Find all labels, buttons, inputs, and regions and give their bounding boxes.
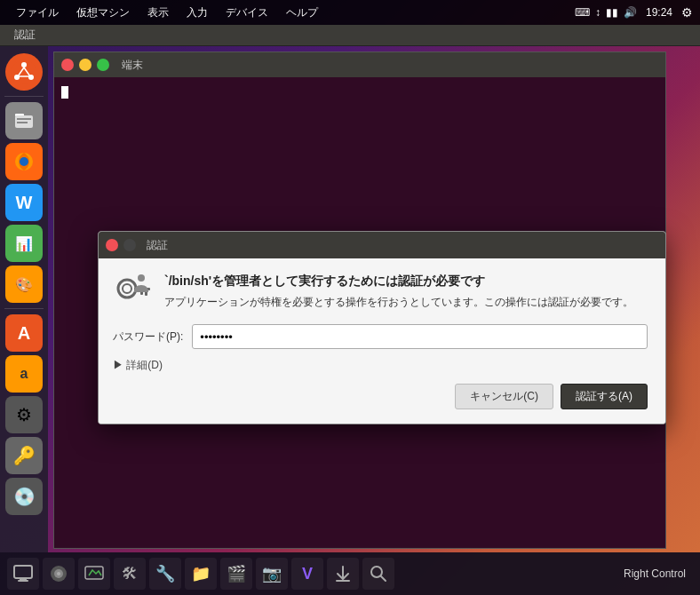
- terminal-minimize-btn[interactable]: [79, 59, 91, 71]
- sidebar-icon-firefox[interactable]: [5, 143, 43, 180]
- auth-header-row: `/bin/sh'を管理者として実行するためには認証が必要です アプリケーション…: [113, 273, 648, 312]
- auth-description: アプリケーションが特権を必要とする操作を行おうとしています。この操作には認証が必…: [164, 294, 633, 310]
- ubuntu-titlebar: 認証: [0, 25, 700, 46]
- taskbar-icon-folder[interactable]: 📁: [185, 558, 217, 590]
- auth-close-btn[interactable]: [106, 239, 118, 251]
- auth-min-btn[interactable]: [123, 239, 136, 251]
- auth-confirm-button[interactable]: 認証する(A): [561, 384, 648, 409]
- auth-key-icon: [113, 273, 152, 312]
- settings-icon[interactable]: ⚙: [681, 5, 693, 20]
- taskbar-icon-tools[interactable]: 🛠: [114, 558, 146, 590]
- auth-cancel-button[interactable]: キャンセル(C): [455, 384, 553, 409]
- taskbar-icon-camera[interactable]: 📷: [256, 558, 288, 590]
- keyboard-status-icon: ⌨: [575, 6, 590, 19]
- svg-point-15: [138, 274, 145, 282]
- terminal-close-btn[interactable]: [61, 59, 74, 71]
- status-area: ⌨ ↕ ▮▮ 🔊 19:24 ⚙: [575, 5, 693, 20]
- menu-file[interactable]: ファイル: [7, 0, 68, 25]
- battery-icon: ▮▮: [606, 6, 618, 19]
- svg-rect-17: [20, 578, 27, 580]
- terminal-titlebar: 端末: [54, 52, 665, 77]
- auth-dialog-body: `/bin/sh'を管理者として実行するためには認証が必要です アプリケーション…: [99, 258, 665, 424]
- terminal-body[interactable]: [54, 77, 665, 106]
- auth-dialog-titlebar: 認証: [99, 232, 665, 258]
- taskbar-icon-download[interactable]: [327, 558, 359, 590]
- sidebar-icon-writer[interactable]: W: [5, 184, 43, 221]
- svg-point-11: [123, 284, 131, 293]
- taskbar: 🛠 🔧 📁 🎬 📷 V Right Control: [0, 552, 700, 595]
- menu-devices[interactable]: デバイス: [217, 0, 277, 25]
- window-title: 認証: [14, 28, 36, 43]
- taskbar-icon-audio[interactable]: [43, 558, 75, 590]
- virtualbox-menubar: ファイル 仮想マシン 表示 入力 デバイス ヘルプ ⌨ ↕ ▮▮ 🔊 19:24…: [0, 0, 700, 25]
- svg-rect-23: [336, 580, 350, 582]
- svg-point-9: [20, 157, 28, 166]
- terminal-title: 端末: [122, 58, 143, 73]
- sidebar-icon-draw[interactable]: 🎨: [5, 266, 43, 303]
- svg-rect-7: [17, 122, 28, 123]
- auth-password-row: パスワード(P):: [113, 324, 648, 349]
- sidebar-icon-appstore[interactable]: A: [5, 314, 43, 352]
- svg-point-10: [118, 280, 136, 298]
- volume-icon: 🔊: [624, 6, 637, 19]
- network-icon: ↕: [595, 6, 601, 19]
- taskbar-icon-video[interactable]: 🎬: [220, 558, 252, 590]
- clock: 19:24: [642, 6, 676, 19]
- menu-view[interactable]: 表示: [139, 0, 178, 25]
- svg-rect-16: [14, 566, 32, 578]
- taskbar-icon-display[interactable]: [7, 558, 39, 590]
- svg-point-24: [371, 567, 382, 577]
- auth-dialog: 認証 `/bi: [98, 231, 666, 424]
- taskbar-icon-search[interactable]: [362, 558, 394, 590]
- unity-sidebar: W 📊 🎨 A a ⚙ 🔑 💿: [0, 46, 48, 552]
- auth-password-input[interactable]: [192, 324, 648, 349]
- auth-buttons-row: キャンセル(C) 認証する(A): [113, 384, 648, 409]
- svg-rect-6: [17, 118, 31, 120]
- menu-help[interactable]: ヘルプ: [277, 0, 327, 25]
- sidebar-icon-amazon[interactable]: a: [5, 355, 43, 393]
- auth-header-text: `/bin/sh'を管理者として実行するためには認証が必要です アプリケーション…: [164, 273, 633, 310]
- right-control-label: Right Control: [616, 567, 693, 580]
- svg-rect-18: [18, 580, 28, 582]
- sidebar-icon-ubuntu[interactable]: [5, 53, 43, 91]
- auth-password-label: パスワード(P):: [113, 329, 183, 345]
- menu-input[interactable]: 入力: [178, 0, 217, 25]
- sidebar-icon-system[interactable]: ⚙: [5, 396, 43, 433]
- auth-heading: `/bin/sh'を管理者として実行するためには認証が必要です: [164, 273, 633, 289]
- desktop: ファイル 仮想マシン 表示 入力 デバイス ヘルプ ⌨ ↕ ▮▮ 🔊 19:24…: [0, 0, 700, 595]
- auth-details-toggle[interactable]: ▶ 詳細(D): [113, 358, 648, 373]
- taskbar-icon-v[interactable]: V: [291, 558, 323, 590]
- taskbar-icon-wrench[interactable]: 🔧: [149, 558, 181, 590]
- sidebar-icon-keyring[interactable]: 🔑: [5, 437, 43, 474]
- sidebar-icon-cd[interactable]: 💿: [5, 478, 43, 515]
- auth-dialog-title: 認証: [147, 238, 168, 253]
- svg-line-25: [381, 576, 386, 581]
- taskbar-icon-network[interactable]: [78, 558, 110, 590]
- sidebar-icon-calc[interactable]: 📊: [5, 225, 43, 262]
- menu-vm[interactable]: 仮想マシン: [68, 0, 139, 25]
- sidebar-divider-2: [4, 308, 43, 309]
- sidebar-divider-1: [4, 96, 43, 97]
- terminal-maximize-btn[interactable]: [97, 59, 109, 71]
- svg-point-21: [57, 572, 60, 575]
- sidebar-icon-files[interactable]: [5, 102, 43, 139]
- terminal-cursor: [61, 86, 68, 99]
